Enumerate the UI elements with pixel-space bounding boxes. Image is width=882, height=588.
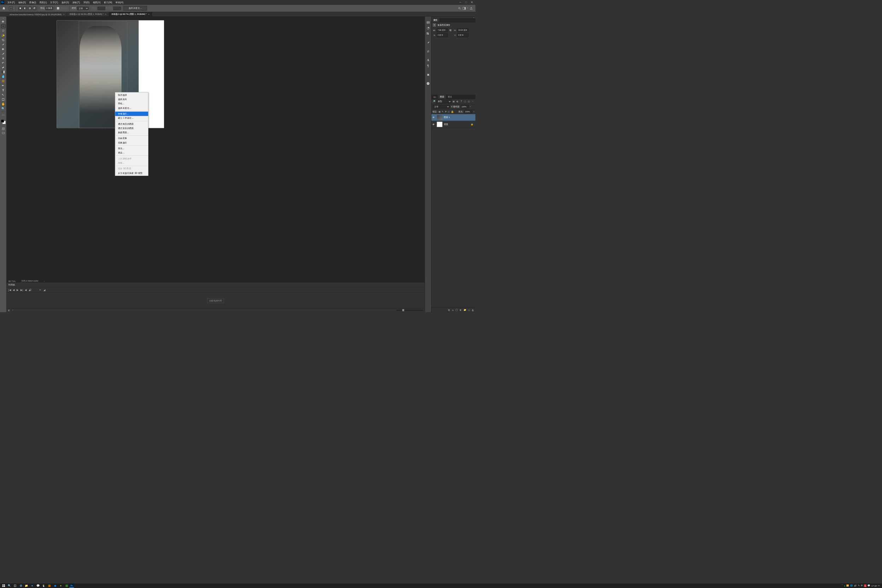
taskbar-wechat-icon[interactable]: 💬 <box>35 584 40 588</box>
adjustment-layer-icon[interactable]: ◐ <box>460 309 462 311</box>
screen-mode-icon[interactable] <box>1 131 6 135</box>
taskbar-browser-icon[interactable]: ● <box>29 584 35 588</box>
menu-window[interactable]: 窗口(W) <box>102 0 114 4</box>
fill-input[interactable] <box>464 110 472 113</box>
path-select-tool-icon[interactable]: ↖ <box>1 93 6 97</box>
zoom-tool-icon[interactable]: 🔍 <box>1 106 6 111</box>
layer-visibility-icon[interactable]: 👁 <box>432 123 435 126</box>
foreground-color-swatch[interactable] <box>1 119 4 123</box>
stamp-tool-icon[interactable] <box>1 56 6 60</box>
color-swatches[interactable] <box>1 119 5 124</box>
tl-transition-icon[interactable]: ◢ <box>44 289 45 291</box>
history-panel-icon[interactable] <box>426 20 430 25</box>
layer-row[interactable]: 👁 背景 🔒 <box>432 121 476 128</box>
cm-layer-via-copy[interactable]: 通过拷贝的图层 <box>115 122 148 126</box>
taskbar-app3-icon[interactable]: ◆ <box>52 584 58 588</box>
prop-w-input[interactable] <box>437 28 448 32</box>
tray-ime-icon[interactable]: S <box>864 584 867 587</box>
taskbar-app5-icon[interactable]: ▦ <box>64 584 69 588</box>
properties-tab[interactable]: 属性 <box>432 18 440 22</box>
cm-transform-selection[interactable]: 变换选区 <box>115 141 148 145</box>
layers-tab[interactable]: 图层 <box>438 95 446 99</box>
tray-wifi-icon[interactable]: 🌐 <box>850 585 853 587</box>
layer-name[interactable]: 图层 1 <box>444 116 450 119</box>
paragraph-panel-icon[interactable]: ¶ <box>426 63 430 68</box>
tray-pen-icon[interactable]: ✎ <box>858 585 860 587</box>
doc-tab-0[interactable]: attractive-beautiful-beauty-783243.jpg @… <box>7 12 67 16</box>
color-panel-icon[interactable] <box>426 26 430 31</box>
selection-add-icon[interactable]: ◧ <box>23 6 27 10</box>
character-panel-icon[interactable]: A <box>426 58 430 63</box>
layer-kind-select[interactable]: 类型 <box>436 100 451 103</box>
quick-mask-icon[interactable] <box>1 126 6 131</box>
menu-help[interactable]: 帮助(H) <box>114 0 125 4</box>
tray-vol-icon[interactable]: 🔊 <box>854 585 857 587</box>
type-tool-icon[interactable]: T <box>1 88 6 93</box>
canvas-area[interactable]: 取消选择 选择反向 羽化... 选择并遮住... 存储选区... 建立工作路径.… <box>6 16 425 312</box>
doc-tab-1[interactable]: 未标题-2 @ 69.8% (图层 1, RGB/8) *× <box>67 12 109 16</box>
tray-ime-label[interactable]: 中 <box>861 584 863 587</box>
tray-notif-icon[interactable]: ▭ <box>878 585 879 587</box>
brush-settings-icon[interactable] <box>426 40 430 45</box>
crop-tool-icon[interactable] <box>1 38 6 42</box>
layer-thumbnail[interactable] <box>437 122 442 127</box>
menu-select[interactable]: 选择(S) <box>60 0 70 4</box>
tl-convert-icon[interactable]: ↗ <box>12 309 14 311</box>
dodge-tool-icon[interactable]: 🔆 <box>1 79 6 83</box>
tl-audio-icon[interactable]: 🔊 <box>28 289 32 291</box>
tray-up-icon[interactable]: ˄ <box>842 585 843 587</box>
window-close-icon[interactable]: ✕ <box>469 0 475 4</box>
cm-save-selection[interactable]: 存储选区... <box>115 112 148 116</box>
taskbar-app-icon[interactable]: ✿ <box>18 584 24 588</box>
cm-free-transform[interactable]: 自由变换 <box>115 136 148 140</box>
opacity-input[interactable] <box>461 105 469 108</box>
lock-pixels-icon[interactable]: ▦ <box>438 110 441 113</box>
layer-fx-icon[interactable]: fx <box>452 309 454 311</box>
tl-footer-icon[interactable]: ◧ <box>8 309 10 311</box>
new-layer-icon[interactable]: ◻ <box>468 309 470 311</box>
brush-tool-icon[interactable] <box>1 52 6 56</box>
lock-position-icon[interactable]: ✥ <box>445 110 447 113</box>
close-icon[interactable]: × <box>63 13 64 15</box>
select-and-mask-button[interactable]: 选择并遮住... <box>123 6 147 10</box>
move-tool-icon[interactable]: ✥ <box>1 20 6 24</box>
tray-msg-icon[interactable]: 💬 <box>867 585 870 587</box>
delete-layer-icon[interactable]: 🗑 <box>472 309 474 311</box>
tl-play-icon[interactable]: ▶ <box>16 289 18 291</box>
gradient-tool-icon[interactable] <box>1 70 6 74</box>
menu-layer[interactable]: 图层(L) <box>38 0 49 4</box>
edit-toolbar-icon[interactable]: ⋯ <box>1 113 6 117</box>
doc-tab-2[interactable]: 未标题-3 @ 88.7% (图层 1, RGB/8#) *× <box>109 12 152 16</box>
cm-new-3d-from-selection[interactable]: 从当前选区新建 3D 模型 <box>115 171 148 175</box>
search-icon[interactable] <box>458 7 461 10</box>
swatches-panel-icon[interactable] <box>426 32 430 36</box>
hand-tool-icon[interactable]: ✋ <box>1 102 6 106</box>
taskbar-ps-icon[interactable]: Ps <box>69 584 74 588</box>
tray-time[interactable]: 17:18 <box>872 585 877 586</box>
filter-toggle-icon[interactable]: ▪ <box>471 100 474 103</box>
eyedropper-tool-icon[interactable] <box>1 42 6 46</box>
healing-brush-tool-icon[interactable]: ✚ <box>1 47 6 51</box>
filter-smart-icon[interactable]: ◫ <box>468 100 471 103</box>
taskbar-app4-icon[interactable]: ● <box>58 584 64 588</box>
cm-stroke[interactable]: 描边... <box>115 150 148 155</box>
tl-prev-icon[interactable]: ◀ <box>13 289 15 291</box>
cm-make-work-path[interactable]: 建立工作路径... <box>115 116 148 120</box>
prop-x-input[interactable] <box>437 33 448 37</box>
cm-select-mask[interactable]: 选择并遮住... <box>115 106 148 110</box>
channels-tab[interactable]: 通道 <box>446 95 454 99</box>
link-layers-icon[interactable]: ⛓ <box>448 309 450 311</box>
filter-search-icon[interactable]: 🔎 <box>432 100 435 103</box>
lock-all-icon[interactable]: 🔒 <box>451 110 454 113</box>
tray-net-icon[interactable]: 📶 <box>846 585 849 587</box>
cm-deselect[interactable]: 取消选择 <box>115 93 148 97</box>
marquee-tool-icon[interactable] <box>9 6 13 10</box>
lock-paint-icon[interactable]: ✎ <box>442 110 444 113</box>
blur-tool-icon[interactable]: 💧 <box>1 75 6 79</box>
prop-h-input[interactable] <box>457 28 468 32</box>
layer-thumbnail[interactable] <box>437 115 442 120</box>
create-timeline-button[interactable]: 创建视频时间 <box>207 298 224 303</box>
filter-shape-icon[interactable]: ▢ <box>464 100 467 103</box>
filter-pixel-icon[interactable]: ▦ <box>452 100 456 103</box>
style-select[interactable]: 正常 <box>77 7 88 10</box>
